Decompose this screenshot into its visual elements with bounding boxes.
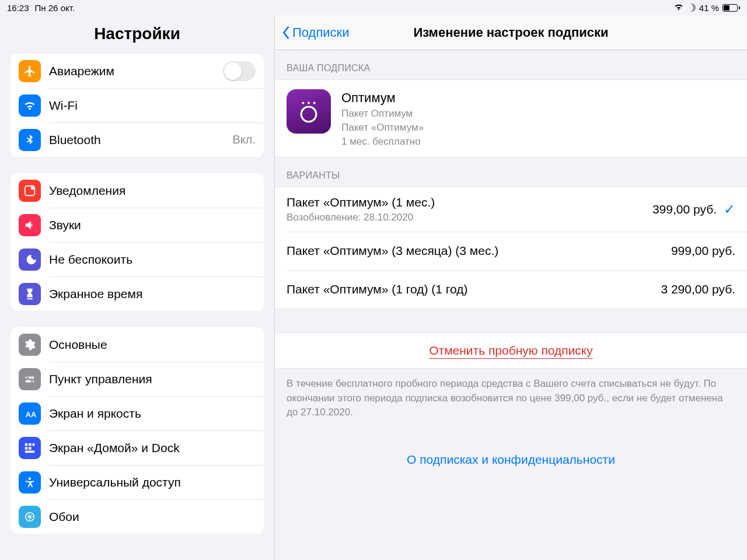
detail-pane: Подписки Изменение настроек подписки ВАШ… — [274, 15, 747, 560]
back-button[interactable]: Подписки — [275, 25, 350, 40]
section-header-subscription: ВАША ПОДПИСКА — [275, 50, 747, 79]
svg-rect-11 — [29, 447, 32, 450]
display-icon: AA — [19, 402, 41, 425]
sidebar-item-label: Универсальный доступ — [49, 475, 256, 489]
option-title: Пакет «Оптимум» (1 мес.) — [287, 195, 435, 209]
option-title: Пакет «Оптимум» (1 год) (1 год) — [287, 282, 467, 296]
sidebar-item-label: Звуки — [49, 218, 256, 232]
sidebar-item-label: Экран «Домой» и Dock — [49, 441, 256, 455]
svg-point-18 — [308, 102, 310, 104]
sidebar-item-screentime[interactable]: Экранное время — [11, 276, 264, 311]
subscription-line-1: Пакет Оптимум — [341, 108, 424, 120]
sidebar-item-notifications[interactable]: Уведомления — [11, 173, 264, 208]
battery-percent: 41 % — [699, 3, 719, 13]
sidebar-item-sounds[interactable]: Звуки — [11, 208, 264, 242]
subscription-card: Оптимум Пакет Оптимум Пакет «Оптимум» 1 … — [275, 79, 747, 158]
sidebar-item-display[interactable]: AAЭкран и яркость — [11, 396, 264, 430]
sidebar-title: Настройки — [0, 15, 274, 54]
sidebar-item-general[interactable]: Основные — [11, 327, 264, 362]
svg-point-1 — [31, 186, 34, 190]
status-date: Пн 26 окт. — [35, 3, 75, 13]
option-price: 399,00 руб. — [652, 202, 717, 216]
status-bar: 16:23 Пн 26 окт. 41 % — [0, 0, 747, 15]
wallpaper-icon — [19, 506, 41, 528]
cancel-trial-button[interactable]: Отменить пробную подписку — [429, 344, 593, 359]
svg-rect-12 — [25, 450, 35, 453]
sidebar-item-label: Основные — [49, 338, 256, 352]
cancel-card: Отменить пробную подписку — [275, 332, 747, 369]
notifications-icon — [19, 180, 41, 202]
screentime-icon — [19, 283, 41, 305]
airplane-icon — [19, 60, 41, 82]
svg-point-17 — [302, 102, 304, 104]
subscription-option[interactable]: Пакет «Оптимум» (1 год) (1 год)3 290,00 … — [275, 270, 747, 309]
accessibility-icon — [19, 471, 41, 494]
subscription-line-3: 1 мес. бесплатно — [341, 136, 424, 148]
sidebar-item-label: Обои — [49, 510, 256, 524]
option-price: 999,00 руб. — [671, 244, 735, 258]
control-icon — [19, 368, 41, 390]
sidebar-group-notifications: УведомленияЗвукиНе беспокоитьЭкранное вр… — [11, 173, 264, 311]
navbar: Подписки Изменение настроек подписки — [275, 15, 747, 50]
sidebar-item-wallpaper[interactable]: Обои — [11, 499, 264, 534]
back-label: Подписки — [292, 25, 350, 40]
wifi-icon — [673, 3, 684, 13]
sidebar-item-home[interactable]: Экран «Домой» и Dock — [11, 430, 264, 465]
sidebar-group-connectivity: АвиарежимWi-FiBluetoothВкл. — [11, 54, 264, 157]
sidebar-item-label: Экранное время — [49, 287, 256, 301]
bluetooth-icon — [19, 129, 41, 151]
svg-point-19 — [313, 102, 316, 104]
dnd-icon — [19, 249, 41, 271]
svg-rect-7 — [25, 443, 28, 446]
sidebar-item-label: Уведомления — [49, 184, 256, 198]
svg-point-16 — [301, 107, 316, 122]
app-icon — [287, 89, 331, 134]
sounds-icon — [19, 214, 41, 236]
dnd-icon — [687, 4, 696, 12]
subscription-name: Оптимум — [341, 90, 424, 106]
svg-point-4 — [27, 376, 29, 379]
wifi-icon — [19, 94, 41, 117]
row-accessory: Вкл. — [232, 133, 256, 146]
option-title: Пакет «Оптимум» (3 месяца) (3 мес.) — [287, 244, 498, 258]
sidebar-item-label: Не беспокоить — [49, 253, 256, 267]
status-time: 16:23 — [7, 3, 29, 13]
sidebar-item-control[interactable]: Пункт управления — [11, 362, 264, 396]
chevron-left-icon — [281, 25, 291, 40]
cancel-footnote: В течение бесплатного пробного периода с… — [275, 369, 747, 433]
svg-rect-10 — [25, 447, 28, 450]
general-icon — [19, 334, 41, 356]
sidebar-item-label: Авиарежим — [49, 64, 223, 78]
svg-rect-9 — [33, 443, 35, 446]
sidebar-item-airplane[interactable]: Авиарежим — [11, 54, 264, 88]
svg-point-13 — [29, 477, 31, 480]
check-icon: ✓ — [724, 201, 735, 218]
sidebar-item-bluetooth[interactable]: BluetoothВкл. — [11, 123, 264, 157]
sidebar-item-label: Wi-Fi — [49, 99, 256, 113]
sidebar-group-general: ОсновныеПункт управленияAAЭкран и яркост… — [11, 327, 264, 534]
sidebar-item-wifi[interactable]: Wi-Fi — [11, 88, 264, 123]
sidebar-item-dnd[interactable]: Не беспокоить — [11, 242, 264, 276]
svg-point-5 — [31, 380, 33, 382]
option-price: 3 290,00 руб. — [661, 282, 735, 296]
section-header-options: ВАРИАНТЫ — [275, 158, 747, 187]
home-icon — [19, 437, 41, 459]
sidebar-item-label: Bluetooth — [49, 133, 232, 147]
svg-text:AA: AA — [26, 410, 36, 418]
sidebar-item-label: Экран и яркость — [49, 407, 256, 421]
sidebar-item-accessibility[interactable]: Универсальный доступ — [11, 465, 264, 499]
settings-sidebar: Настройки АвиарежимWi-FiBluetoothВкл. Ув… — [0, 15, 274, 560]
battery-icon — [722, 4, 740, 12]
airplane-toggle[interactable] — [223, 61, 256, 81]
svg-rect-8 — [29, 443, 32, 446]
privacy-row: О подписках и конфиденциальности — [275, 433, 747, 487]
option-subtitle: Возобновление: 28.10.2020 — [287, 212, 435, 223]
sidebar-item-label: Пункт управления — [49, 372, 256, 386]
privacy-link[interactable]: О подписках и конфиденциальности — [407, 453, 615, 466]
subscription-line-2: Пакет «Оптимум» — [341, 122, 424, 134]
subscription-option[interactable]: Пакет «Оптимум» (3 месяца) (3 мес.)999,0… — [275, 232, 747, 270]
options-list: Пакет «Оптимум» (1 мес.)Возобновление: 2… — [275, 187, 747, 309]
subscription-option[interactable]: Пакет «Оптимум» (1 мес.)Возобновление: 2… — [275, 187, 747, 232]
